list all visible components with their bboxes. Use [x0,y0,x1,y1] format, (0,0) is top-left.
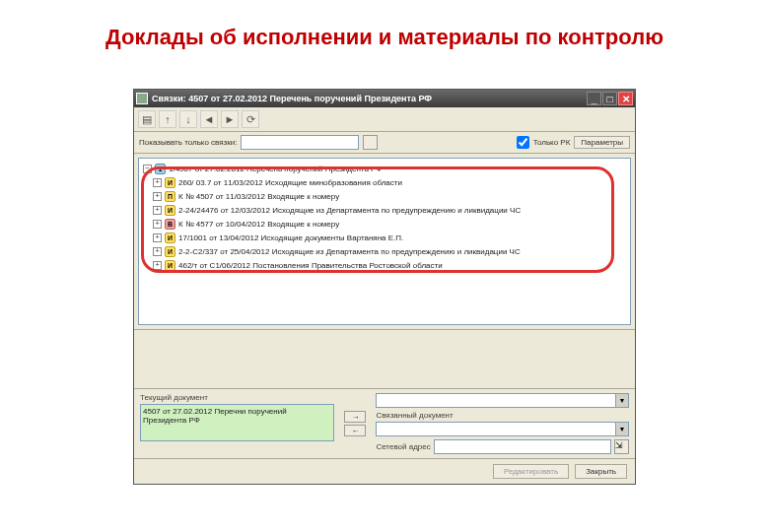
tool-arrow-up-icon[interactable]: ↑ [159,110,176,128]
chevron-down-icon: ▼ [615,394,628,407]
bottom-panel: Текущий документ 4507 от 27.02.2012 Пере… [134,388,635,458]
tree-row[interactable]: +ПК № 4507 от 11/03/2012 Входящие к номе… [141,189,628,203]
tree-panel: − 1 1/4507 от 27.02.2012 Перечень поруче… [138,158,631,325]
tree-item-label: 2-2-С2/337 от 25/04/2012 Исходящие из Де… [178,247,521,256]
tree-row[interactable]: +И462/т от С1/06/2012 Постановления Прав… [141,258,628,272]
current-doc-box[interactable]: 4507 от 27.02.2012 Перечни поручений Пре… [140,404,334,441]
expand-icon[interactable]: + [153,192,162,201]
link-right-button[interactable]: → [344,411,366,423]
tag-icon: П [165,191,175,202]
tree-item-label: 260/ 03.7 от 11/03/2012 Исходящие минобр… [178,178,402,187]
tool-refresh-icon[interactable]: ⟳ [242,110,259,128]
tag-icon: И [165,233,175,243]
tree-item-label: К № 4577 от 10/04/2012 Входящие к номеру [178,220,339,229]
filter-label: Показывать только связки: [139,138,237,147]
tree-item-label: К № 4507 от 11/03/2012 Входящие к номеру [178,192,339,201]
close-button[interactable]: ✕ [618,92,633,105]
only-rk-checkbox[interactable] [517,136,529,149]
tag-icon: И [165,177,175,188]
tree-root-label: 1/4507 от 27.02.2012 Перечень поручений … [169,165,382,173]
tool-arrow-down-icon[interactable]: ↓ [179,110,197,128]
addr-label: Сетевой адрес [376,442,430,451]
window-title: Связки: 4507 от 27.02.2012 Перечень пору… [152,94,586,103]
tool-prev-icon[interactable]: ◄ [200,110,218,128]
tool-next-icon[interactable]: ► [221,110,239,128]
expand-icon[interactable]: + [153,261,162,270]
mid-spacer [134,329,635,388]
app-window: Связки: 4507 от 27.02.2012 Перечень пору… [133,89,636,485]
filter-lookup-button[interactable] [363,135,378,150]
params-button[interactable]: Параметры [574,136,630,149]
tool-new-icon[interactable]: ▤ [138,110,156,128]
tree-item-label: 2-24/24476 от 12/03/2012 Исходящие из Де… [178,206,521,215]
link-left-button[interactable]: ← [344,425,366,436]
tree-root[interactable]: − 1 1/4507 от 27.02.2012 Перечень поруче… [141,162,628,175]
tree-row[interactable]: +И17/1001 от 13/04/2012 Исходящие докуме… [141,231,628,244]
app-icon [136,93,148,104]
addr-input[interactable] [434,439,611,454]
titlebar: Связки: 4507 от 27.02.2012 Перечень пору… [134,90,635,107]
tree-row[interactable]: +И2-24/24476 от 12/03/2012 Исходящие из … [141,203,628,217]
expand-icon[interactable]: + [153,220,162,229]
tree-row[interactable]: +И260/ 03.7 от 11/03/2012 Исходящие мино… [141,175,628,189]
linked-doc-combo[interactable]: ▼ [376,422,629,436]
tag-icon: И [165,246,175,257]
footer: Редактировать Закрыть [134,458,635,484]
collapse-icon[interactable]: − [143,165,152,173]
expand-icon[interactable]: + [153,233,162,242]
link-type-combo[interactable]: ▼ [376,393,629,408]
tag-icon: 1 [155,164,166,174]
tree-item-label: 462/т от С1/06/2012 Постановления Правит… [178,261,443,270]
tree-row[interactable]: +И2-2-С2/337 от 25/04/2012 Исходящие из … [141,244,628,258]
filter-bar: Показывать только связки: Только РК Пара… [134,132,635,154]
maximize-button[interactable]: □ [602,92,617,105]
tree-item-label: 17/1001 от 13/04/2012 Исходящие документ… [178,233,403,242]
edit-button[interactable]: Редактировать [493,464,569,479]
expand-icon[interactable]: + [153,178,162,187]
expand-icon[interactable]: + [153,206,162,215]
close-dialog-button[interactable]: Закрыть [575,464,627,479]
tag-icon: И [165,205,175,216]
addr-browse-button[interactable]: ⇲ [614,439,629,454]
tag-icon: В [165,219,175,230]
tree-row[interactable]: +ВК № 4577 от 10/04/2012 Входящие к номе… [141,217,628,231]
linked-doc-label: Связанный документ [376,411,629,420]
expand-icon[interactable]: + [153,247,162,256]
minimize-button[interactable]: _ [587,92,601,105]
tag-icon: И [165,260,175,271]
toolbar: ▤ ↑ ↓ ◄ ► ⟳ [134,107,635,132]
chevron-down-icon: ▼ [615,423,628,435]
only-rk-label: Только РК [533,138,571,147]
slide-title: Доклады об исполнении и материалы по кон… [0,0,769,70]
filter-input[interactable] [241,135,359,150]
current-doc-label: Текущий документ [140,393,334,402]
